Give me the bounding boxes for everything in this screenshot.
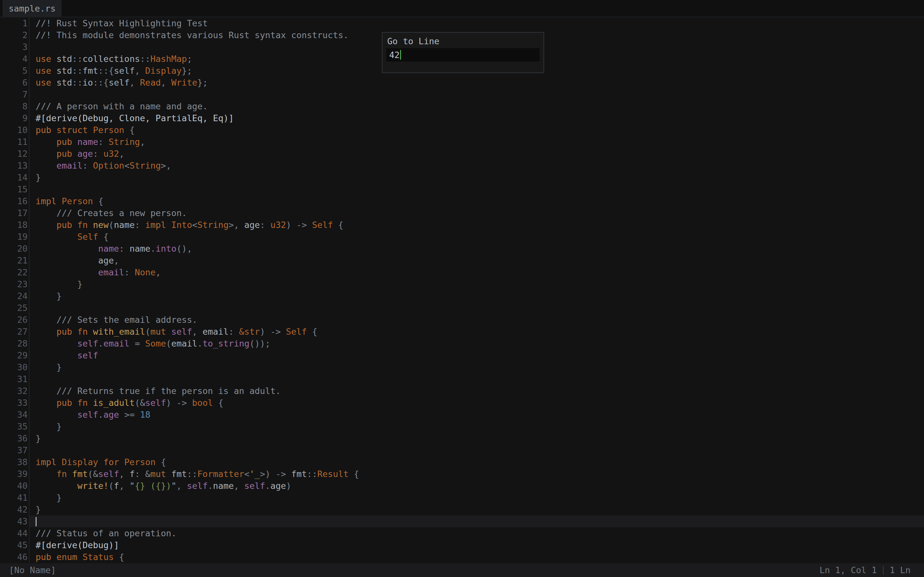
line-content: pub name: String, <box>29 136 924 148</box>
code-row[interactable]: 15 <box>0 183 924 195</box>
line-content: impl Person { <box>29 195 924 207</box>
code-row[interactable]: 32 /// Returns true if the person is an … <box>0 385 924 397</box>
line-content: /// Creates a new person. <box>29 207 924 219</box>
line-content: } <box>29 171 924 183</box>
line-content: /// Sets the email address. <box>29 314 924 326</box>
code-row[interactable]: 6use std::io::{self, Read, Write}; <box>0 77 924 89</box>
code-row[interactable]: 41 } <box>0 492 924 504</box>
line-content: age, <box>29 255 924 266</box>
code-row[interactable]: 1//! Rust Syntax Highlighting Test <box>0 17 924 29</box>
line-content: pub struct Person { <box>29 124 924 136</box>
line-content: self.age >= 18 <box>29 409 924 421</box>
code-row[interactable]: 7 <box>0 89 924 100</box>
line-number: 32 <box>0 385 29 397</box>
line-content: pub enum Status { <box>29 551 924 563</box>
code-row[interactable]: 10pub struct Person { <box>0 124 924 136</box>
code-row[interactable]: 22 email: None, <box>0 266 924 278</box>
line-content: fn fmt(&self, f: &mut fmt::Formatter<'_>… <box>29 468 924 480</box>
code-row[interactable]: 43 <box>0 516 924 527</box>
line-number: 15 <box>0 183 29 195</box>
line-number: 4 <box>0 53 29 65</box>
code-row[interactable]: 40 write!(f, "{} ({})", self.name, self.… <box>0 480 924 492</box>
line-number: 25 <box>0 302 29 314</box>
line-number: 8 <box>0 100 29 112</box>
code-row[interactable]: 28 self.email = Some(email.to_string()); <box>0 338 924 350</box>
tab-bar: sample.rs <box>0 0 924 17</box>
line-content <box>29 183 924 195</box>
code-row[interactable]: 11 pub name: String, <box>0 136 924 148</box>
code-row[interactable]: 17 /// Creates a new person. <box>0 207 924 219</box>
code-row[interactable]: 9#[derive(Debug, Clone, PartialEq, Eq)] <box>0 112 924 124</box>
line-number: 33 <box>0 397 29 409</box>
line-number: 16 <box>0 195 29 207</box>
code-row[interactable]: 39 fn fmt(&self, f: &mut fmt::Formatter<… <box>0 468 924 480</box>
code-row[interactable]: 18 pub fn new(name: impl Into<String>, a… <box>0 219 924 231</box>
line-number: 30 <box>0 361 29 373</box>
line-content: /// Status of an operation. <box>29 527 924 539</box>
line-number: 13 <box>0 160 29 171</box>
line-content <box>29 373 924 385</box>
code-row[interactable]: 30 } <box>0 361 924 373</box>
code-editor[interactable]: 1//! Rust Syntax Highlighting Test2//! T… <box>0 17 924 563</box>
line-content: } <box>29 432 924 444</box>
line-content: } <box>29 421 924 432</box>
line-content: #[derive(Debug, Clone, PartialEq, Eq)] <box>29 112 924 124</box>
line-number: 18 <box>0 219 29 231</box>
code-row[interactable]: 29 self <box>0 350 924 361</box>
line-number: 3 <box>0 41 29 53</box>
code-row[interactable]: 45#[derive(Debug)] <box>0 539 924 551</box>
line-number: 7 <box>0 89 29 100</box>
goto-line-input[interactable]: 42 <box>386 48 540 61</box>
line-content: pub age: u32, <box>29 148 924 160</box>
code-row[interactable]: 46pub enum Status { <box>0 551 924 563</box>
code-row[interactable]: 12 pub age: u32, <box>0 148 924 160</box>
goto-line-dialog-title: Go to Line <box>386 35 540 48</box>
code-row[interactable]: 44/// Status of an operation. <box>0 527 924 539</box>
code-row[interactable]: 13 email: Option<String>, <box>0 160 924 171</box>
line-number: 20 <box>0 243 29 255</box>
code-row[interactable]: 23 } <box>0 278 924 290</box>
code-row[interactable]: 37 <box>0 444 924 456</box>
line-number: 6 <box>0 77 29 89</box>
line-number: 28 <box>0 338 29 350</box>
code-row[interactable]: 36} <box>0 432 924 444</box>
line-content <box>29 302 924 314</box>
code-row[interactable]: 33 pub fn is_adult(&self) -> bool { <box>0 397 924 409</box>
line-number: 40 <box>0 480 29 492</box>
code-row[interactable]: 27 pub fn with_email(mut self, email: &s… <box>0 326 924 338</box>
line-number: 46 <box>0 551 29 563</box>
code-row[interactable]: 26 /// Sets the email address. <box>0 314 924 326</box>
code-row[interactable]: 35 } <box>0 421 924 432</box>
code-row[interactable]: 16impl Person { <box>0 195 924 207</box>
line-number: 1 <box>0 17 29 29</box>
code-row[interactable]: 24 } <box>0 290 924 302</box>
status-bar: [No Name] Ln 1, Col 1 1 Ln <box>0 563 924 577</box>
code-row[interactable]: 25 <box>0 302 924 314</box>
code-row[interactable]: 14} <box>0 171 924 183</box>
status-cursor-position: Ln 1, Col 1 <box>819 565 877 575</box>
tab-sample-rs[interactable]: sample.rs <box>3 0 61 17</box>
line-content: } <box>29 492 924 504</box>
line-content: pub fn with_email(mut self, email: &str)… <box>29 326 924 338</box>
line-number: 2 <box>0 29 29 41</box>
line-number: 23 <box>0 278 29 290</box>
code-row[interactable]: 8/// A person with a name and age. <box>0 100 924 112</box>
code-row[interactable]: 34 self.age >= 18 <box>0 409 924 421</box>
code-row[interactable]: 31 <box>0 373 924 385</box>
line-number: 14 <box>0 171 29 183</box>
code-row[interactable]: 42} <box>0 504 924 516</box>
line-content: name: name.into(), <box>29 243 924 255</box>
code-row[interactable]: 21 age, <box>0 255 924 266</box>
line-content: } <box>29 290 924 302</box>
line-content: use std::io::{self, Read, Write}; <box>29 77 924 89</box>
line-content: #[derive(Debug)] <box>29 539 924 551</box>
line-number: 44 <box>0 527 29 539</box>
status-buffer-name: [No Name] <box>9 565 56 575</box>
line-content: } <box>29 278 924 290</box>
status-separator <box>883 566 884 574</box>
code-row[interactable]: 19 Self { <box>0 231 924 243</box>
code-row[interactable]: 38impl Display for Person { <box>0 456 924 468</box>
goto-line-dialog: Go to Line 42 <box>382 32 544 73</box>
line-content: email: Option<String>, <box>29 160 924 171</box>
code-row[interactable]: 20 name: name.into(), <box>0 243 924 255</box>
